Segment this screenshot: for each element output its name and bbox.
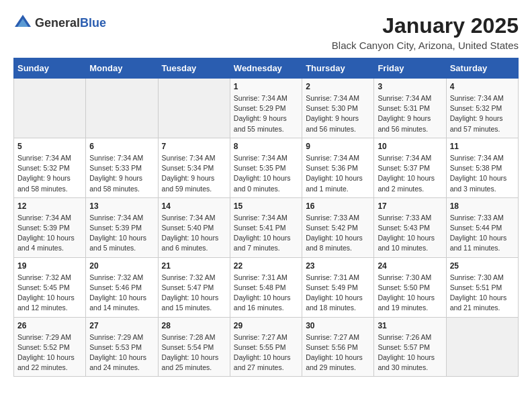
calendar-cell: 28Sunrise: 7:28 AMSunset: 5:54 PMDayligh… bbox=[158, 317, 230, 377]
logo-text-general: General bbox=[35, 16, 80, 30]
calendar-cell: 7Sunrise: 7:34 AMSunset: 5:34 PMDaylight… bbox=[158, 138, 230, 197]
day-number: 9 bbox=[306, 142, 370, 151]
day-info: Sunrise: 7:34 AMSunset: 5:37 PMDaylight:… bbox=[378, 153, 442, 194]
title-area: January 2025 Black Canyon City, Arizona,… bbox=[332, 13, 519, 51]
calendar-cell: 16Sunrise: 7:33 AMSunset: 5:42 PMDayligh… bbox=[302, 197, 374, 257]
day-number: 16 bbox=[306, 201, 370, 211]
calendar-cell: 9Sunrise: 7:34 AMSunset: 5:36 PMDaylight… bbox=[302, 138, 374, 197]
day-info: Sunrise: 7:32 AMSunset: 5:45 PMDaylight:… bbox=[17, 273, 82, 314]
header: GeneralBlue January 2025 Black Canyon Ci… bbox=[13, 13, 519, 51]
calendar-cell: 3Sunrise: 7:34 AMSunset: 5:31 PMDaylight… bbox=[374, 79, 446, 138]
calendar-table: SundayMondayTuesdayWednesdayThursdayFrid… bbox=[13, 58, 519, 377]
day-number: 22 bbox=[234, 261, 298, 271]
calendar-cell: 14Sunrise: 7:34 AMSunset: 5:40 PMDayligh… bbox=[158, 197, 230, 257]
day-number: 7 bbox=[162, 142, 226, 151]
calendar-cell: 21Sunrise: 7:32 AMSunset: 5:47 PMDayligh… bbox=[158, 257, 230, 317]
calendar-cell: 20Sunrise: 7:32 AMSunset: 5:46 PMDayligh… bbox=[86, 257, 158, 317]
day-info: Sunrise: 7:29 AMSunset: 5:52 PMDaylight:… bbox=[17, 332, 82, 373]
calendar-cell: 25Sunrise: 7:30 AMSunset: 5:51 PMDayligh… bbox=[446, 257, 518, 317]
location-title: Black Canyon City, Arizona, United State… bbox=[332, 40, 519, 51]
day-number: 21 bbox=[162, 261, 226, 271]
day-number: 2 bbox=[306, 82, 370, 91]
day-info: Sunrise: 7:34 AMSunset: 5:31 PMDaylight:… bbox=[378, 93, 442, 134]
week-row-3: 19Sunrise: 7:32 AMSunset: 5:45 PMDayligh… bbox=[14, 257, 519, 317]
calendar-cell: 23Sunrise: 7:31 AMSunset: 5:49 PMDayligh… bbox=[302, 257, 374, 317]
calendar-cell: 30Sunrise: 7:27 AMSunset: 5:56 PMDayligh… bbox=[302, 317, 374, 377]
week-row-4: 26Sunrise: 7:29 AMSunset: 5:52 PMDayligh… bbox=[14, 317, 519, 377]
day-info: Sunrise: 7:27 AMSunset: 5:55 PMDaylight:… bbox=[234, 332, 298, 373]
day-info: Sunrise: 7:34 AMSunset: 5:39 PMDaylight:… bbox=[89, 213, 154, 254]
day-info: Sunrise: 7:33 AMSunset: 5:44 PMDaylight:… bbox=[450, 213, 515, 254]
day-info: Sunrise: 7:33 AMSunset: 5:43 PMDaylight:… bbox=[378, 213, 442, 254]
calendar-cell: 10Sunrise: 7:34 AMSunset: 5:37 PMDayligh… bbox=[374, 138, 446, 197]
weekday-header-saturday: Saturday bbox=[446, 58, 518, 79]
day-number: 11 bbox=[450, 142, 515, 151]
calendar-cell bbox=[158, 79, 230, 138]
calendar-cell: 17Sunrise: 7:33 AMSunset: 5:43 PMDayligh… bbox=[374, 197, 446, 257]
day-number: 12 bbox=[17, 201, 82, 211]
day-info: Sunrise: 7:34 AMSunset: 5:33 PMDaylight:… bbox=[89, 153, 154, 194]
day-number: 23 bbox=[306, 261, 370, 271]
calendar-cell: 29Sunrise: 7:27 AMSunset: 5:55 PMDayligh… bbox=[230, 317, 302, 377]
day-number: 27 bbox=[89, 321, 154, 330]
day-number: 10 bbox=[378, 142, 442, 151]
day-info: Sunrise: 7:28 AMSunset: 5:54 PMDaylight:… bbox=[162, 332, 226, 373]
day-info: Sunrise: 7:34 AMSunset: 5:40 PMDaylight:… bbox=[162, 213, 226, 254]
calendar-cell: 19Sunrise: 7:32 AMSunset: 5:45 PMDayligh… bbox=[14, 257, 86, 317]
day-info: Sunrise: 7:32 AMSunset: 5:47 PMDaylight:… bbox=[162, 273, 226, 314]
day-info: Sunrise: 7:34 AMSunset: 5:35 PMDaylight:… bbox=[234, 153, 298, 194]
day-info: Sunrise: 7:34 AMSunset: 5:32 PMDaylight:… bbox=[17, 153, 82, 194]
day-info: Sunrise: 7:34 AMSunset: 5:36 PMDaylight:… bbox=[306, 153, 370, 194]
day-info: Sunrise: 7:34 AMSunset: 5:34 PMDaylight:… bbox=[162, 153, 226, 194]
calendar-cell: 4Sunrise: 7:34 AMSunset: 5:32 PMDaylight… bbox=[446, 79, 518, 138]
day-number: 28 bbox=[162, 321, 226, 330]
day-number: 20 bbox=[89, 261, 154, 271]
day-number: 15 bbox=[234, 201, 298, 211]
day-info: Sunrise: 7:27 AMSunset: 5:56 PMDaylight:… bbox=[306, 332, 370, 373]
day-info: Sunrise: 7:26 AMSunset: 5:57 PMDaylight:… bbox=[378, 332, 442, 373]
day-info: Sunrise: 7:30 AMSunset: 5:50 PMDaylight:… bbox=[378, 273, 442, 314]
day-number: 24 bbox=[378, 261, 442, 271]
week-row-2: 12Sunrise: 7:34 AMSunset: 5:39 PMDayligh… bbox=[14, 197, 519, 257]
day-info: Sunrise: 7:34 AMSunset: 5:29 PMDaylight:… bbox=[234, 93, 298, 134]
calendar-cell: 6Sunrise: 7:34 AMSunset: 5:33 PMDaylight… bbox=[86, 138, 158, 197]
weekday-header-row: SundayMondayTuesdayWednesdayThursdayFrid… bbox=[14, 58, 519, 79]
day-number: 14 bbox=[162, 201, 226, 211]
day-number: 5 bbox=[17, 142, 82, 151]
weekday-header-friday: Friday bbox=[374, 58, 446, 79]
day-info: Sunrise: 7:34 AMSunset: 5:39 PMDaylight:… bbox=[17, 213, 82, 254]
weekday-header-sunday: Sunday bbox=[14, 58, 86, 79]
calendar-cell bbox=[86, 79, 158, 138]
day-number: 17 bbox=[378, 201, 442, 211]
day-number: 30 bbox=[306, 321, 370, 330]
calendar-cell: 27Sunrise: 7:29 AMSunset: 5:53 PMDayligh… bbox=[86, 317, 158, 377]
logo-text-blue: Blue bbox=[80, 16, 106, 30]
weekday-header-monday: Monday bbox=[86, 58, 158, 79]
calendar-cell bbox=[446, 317, 518, 377]
day-info: Sunrise: 7:32 AMSunset: 5:46 PMDaylight:… bbox=[89, 273, 154, 314]
day-info: Sunrise: 7:29 AMSunset: 5:53 PMDaylight:… bbox=[89, 332, 154, 373]
logo: GeneralBlue bbox=[13, 13, 106, 32]
day-number: 8 bbox=[234, 142, 298, 151]
calendar-cell bbox=[14, 79, 86, 138]
logo-icon bbox=[13, 13, 32, 32]
calendar-cell: 24Sunrise: 7:30 AMSunset: 5:50 PMDayligh… bbox=[374, 257, 446, 317]
calendar-cell: 12Sunrise: 7:34 AMSunset: 5:39 PMDayligh… bbox=[14, 197, 86, 257]
day-number: 1 bbox=[234, 82, 298, 91]
calendar-cell: 22Sunrise: 7:31 AMSunset: 5:48 PMDayligh… bbox=[230, 257, 302, 317]
calendar-cell: 11Sunrise: 7:34 AMSunset: 5:38 PMDayligh… bbox=[446, 138, 518, 197]
day-number: 25 bbox=[450, 261, 515, 271]
day-number: 18 bbox=[450, 201, 515, 211]
calendar-cell: 26Sunrise: 7:29 AMSunset: 5:52 PMDayligh… bbox=[14, 317, 86, 377]
calendar-cell: 18Sunrise: 7:33 AMSunset: 5:44 PMDayligh… bbox=[446, 197, 518, 257]
calendar-cell: 13Sunrise: 7:34 AMSunset: 5:39 PMDayligh… bbox=[86, 197, 158, 257]
week-row-0: 1Sunrise: 7:34 AMSunset: 5:29 PMDaylight… bbox=[14, 79, 519, 138]
day-number: 3 bbox=[378, 82, 442, 91]
day-info: Sunrise: 7:34 AMSunset: 5:41 PMDaylight:… bbox=[234, 213, 298, 254]
calendar-cell: 1Sunrise: 7:34 AMSunset: 5:29 PMDaylight… bbox=[230, 79, 302, 138]
calendar-cell: 5Sunrise: 7:34 AMSunset: 5:32 PMDaylight… bbox=[14, 138, 86, 197]
day-number: 13 bbox=[89, 201, 154, 211]
day-info: Sunrise: 7:34 AMSunset: 5:38 PMDaylight:… bbox=[450, 153, 515, 194]
calendar-cell: 2Sunrise: 7:34 AMSunset: 5:30 PMDaylight… bbox=[302, 79, 374, 138]
weekday-header-tuesday: Tuesday bbox=[158, 58, 230, 79]
